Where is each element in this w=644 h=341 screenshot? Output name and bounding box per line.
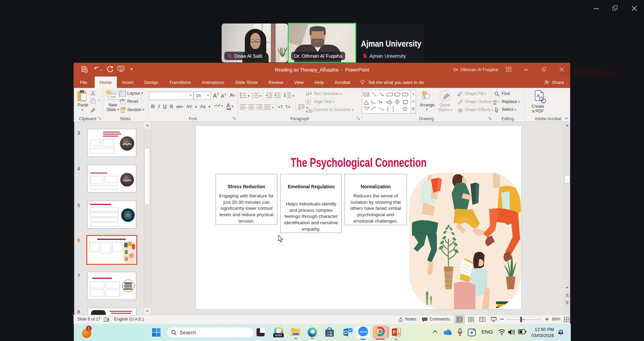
svg-text:A: A bbox=[309, 91, 312, 95]
svg-text:A: A bbox=[536, 93, 540, 98]
svg-text:z: z bbox=[560, 330, 561, 333]
svg-text:3: 3 bbox=[252, 97, 253, 99]
svg-text:P: P bbox=[393, 330, 396, 335]
svg-text:ac: ac bbox=[494, 102, 497, 105]
